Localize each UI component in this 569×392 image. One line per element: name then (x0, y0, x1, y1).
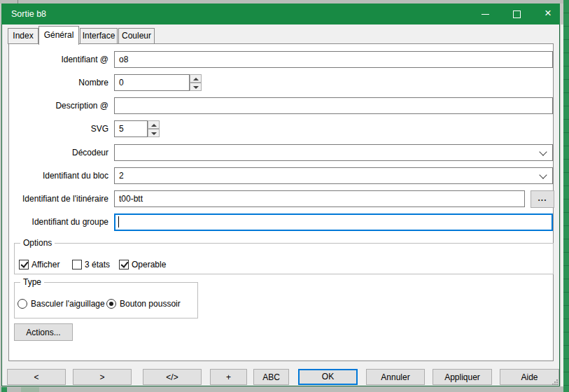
nombre-spinner (190, 74, 202, 91)
identifiant-input[interactable] (114, 51, 553, 68)
arrow-down-icon (151, 132, 157, 135)
decodeur-label: Décodeur (72, 144, 108, 161)
window-title: Sortie b8 (11, 4, 46, 24)
help-button[interactable]: Aide (500, 369, 559, 385)
tab-index[interactable]: Index (8, 28, 38, 44)
svg-label: SVG (91, 120, 108, 137)
description-label: Description @ (55, 97, 108, 114)
arrow-up-icon (151, 124, 157, 127)
cancel-button[interactable]: Annuler (366, 369, 425, 385)
prev-button[interactable]: < (7, 369, 66, 385)
xml-button[interactable]: </> (143, 369, 202, 385)
arrow-up-icon (193, 78, 199, 80)
apply-button[interactable]: Appliquer (433, 369, 492, 385)
bloc-combobox[interactable]: 2 (114, 167, 553, 184)
description-input[interactable] (114, 97, 553, 114)
trois-etats-checkbox[interactable] (72, 260, 82, 270)
close-icon: × (536, 4, 560, 24)
ellipsis-icon: ... (538, 193, 547, 203)
add-button[interactable]: + (210, 369, 247, 385)
identifiant-label: Identifiant @ (61, 51, 108, 68)
bouton-poussoir-label[interactable]: Bouton poussoir (120, 298, 181, 309)
spin-up-button[interactable] (148, 120, 160, 129)
operable-checkbox[interactable] (119, 260, 129, 270)
bloc-value: 2 (119, 168, 124, 183)
maximize-icon (513, 10, 521, 18)
arrow-down-icon (193, 86, 199, 89)
background-green-cell (21, 387, 39, 392)
background-green-cell (1, 387, 7, 392)
svg-spinner (148, 120, 160, 137)
tab-interface[interactable]: Interface (80, 28, 118, 44)
text-caret (118, 216, 119, 227)
minimize-button[interactable] (473, 4, 497, 24)
afficher-checkbox[interactable] (19, 260, 29, 270)
ok-button[interactable]: OK (298, 369, 358, 385)
groupe-label: Identifiant du groupe (32, 214, 108, 230)
background-track-grid (563, 0, 569, 392)
operable-label[interactable]: Operable (132, 259, 166, 270)
nombre-input[interactable] (114, 74, 190, 91)
nombre-label: Nombre (78, 74, 108, 91)
basculer-label[interactable]: Basculer l'aiguillage (31, 298, 105, 309)
afficher-label[interactable]: Afficher (31, 259, 59, 270)
options-legend: Options (20, 238, 55, 248)
tab-couleur[interactable]: Couleur (118, 28, 155, 44)
bouton-poussoir-radio[interactable] (106, 299, 116, 309)
screen: Sortie b8 × Index Général Interface Coul… (0, 0, 569, 392)
next-button[interactable]: > (73, 369, 132, 385)
spin-down-button[interactable] (148, 129, 160, 137)
browse-button[interactable]: ... (531, 190, 554, 208)
resize-grip-icon[interactable] (552, 379, 559, 386)
tab-general[interactable]: Général (38, 26, 79, 45)
background-bottom-strip (0, 386, 563, 392)
type-legend: Type (20, 277, 44, 287)
chevron-down-icon (539, 171, 547, 178)
basculer-radio[interactable] (17, 299, 27, 309)
groupe-input[interactable] (114, 214, 553, 231)
trois-etats-label[interactable]: 3 états (85, 259, 110, 270)
bloc-label: Identifiant du bloc (43, 167, 108, 184)
close-button[interactable]: × (536, 4, 560, 24)
spin-up-button[interactable] (190, 74, 202, 83)
itineraire-input[interactable] (114, 190, 525, 207)
abc-button[interactable]: ABC (253, 369, 289, 385)
spin-down-button[interactable] (190, 83, 202, 91)
minimize-icon (482, 14, 489, 15)
actions-button[interactable]: Actions... (14, 323, 73, 341)
svg-input[interactable] (114, 120, 148, 137)
decodeur-combobox[interactable] (114, 144, 553, 161)
maximize-button[interactable] (505, 4, 529, 24)
itineraire-label: Identifiant de l'itinéraire (22, 190, 108, 207)
chevron-down-icon (539, 148, 547, 155)
